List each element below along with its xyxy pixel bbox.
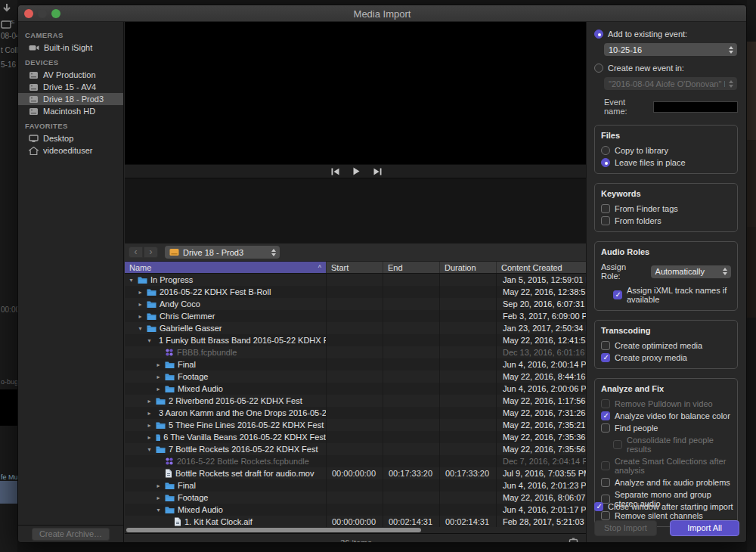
existing-event-popup[interactable]: 10-25-16 — [604, 43, 737, 56]
sidebar-item-label: Macintosh HD — [43, 107, 95, 116]
row-name-label: Gabrielle Gasser — [160, 324, 222, 333]
table-row[interactable]: ▸FinalJun 4, 2016, 2:01:23 PM — [125, 479, 587, 492]
disclosure-triangle-icon[interactable]: ▾ — [146, 446, 153, 453]
disclosure-triangle-icon[interactable]: ▸ — [146, 410, 153, 417]
sidebar-section-heading: FAVORITES — [18, 117, 123, 132]
table-row[interactable]: FBBB.fcpbundleDec 13, 2016, 6:01:16 PM — [125, 346, 587, 358]
table-row[interactable]: ▾7 Bottle Rockets 2016-05-22 KDHX FestMa… — [125, 443, 587, 455]
create-smart-collections-after-analysis-checkbox — [601, 461, 610, 470]
location-popup[interactable]: Drive 18 - Prod3 — [165, 246, 280, 259]
analyze-and-fix-audio-problems-checkbox[interactable] — [601, 478, 610, 487]
create-new-event-radio[interactable] — [594, 64, 603, 73]
sidebar-item-drive-15-av4[interactable]: Drive 15 - AV4 — [18, 81, 123, 93]
create-proxy-media-checkbox[interactable] — [601, 353, 610, 362]
assign-ixml-track-names-if-available-checkbox[interactable] — [613, 290, 622, 299]
sidebar-item-av-production[interactable]: AV Production — [18, 69, 123, 81]
close-window-after-import-checkbox[interactable] — [594, 502, 603, 511]
sidebar-item-desktop[interactable]: Desktop — [18, 132, 123, 144]
skip-to-end-button[interactable] — [373, 168, 382, 175]
analyze-video-for-balance-color-checkbox[interactable] — [601, 411, 610, 420]
back-button[interactable]: ‹ — [129, 247, 143, 258]
table-row[interactable]: ▸5 Thee Fine Lines 2016-05-22 KDHX FestM… — [125, 419, 587, 431]
table-row[interactable]: ▸Chris ClemmerFeb 3, 2017, 6:09:00 PM — [125, 310, 587, 322]
sidebar-item-built-in-isight[interactable]: Built-in iSight — [18, 42, 123, 54]
from-finder-tags-checkbox[interactable] — [601, 204, 610, 213]
disclosure-triangle-icon[interactable]: ▸ — [137, 313, 144, 320]
table-row[interactable]: ▸2 Riverbend 2016-05-22 KDHX FestMay 22,… — [125, 395, 587, 407]
disclosure-triangle-icon[interactable]: ▸ — [146, 398, 153, 405]
disclosure-triangle-icon[interactable]: ▸ — [155, 482, 162, 489]
disclosure-triangle-icon[interactable]: ▸ — [146, 434, 153, 441]
event-name-input[interactable] — [653, 101, 738, 113]
row-start — [327, 371, 383, 383]
column-header-label: Name — [129, 263, 151, 272]
table-row[interactable]: ▸FinalJun 4, 2016, 2:00:14 PM — [125, 358, 587, 371]
table-row[interactable]: ▸6 The Vanilla Beans 2016-05-22 KDHX Fes… — [125, 431, 587, 443]
table-row[interactable]: ▾In ProgressJan 5, 2015, 12:59:01 PM — [125, 274, 587, 286]
scrollbar-thumb[interactable] — [126, 528, 421, 532]
table-row[interactable]: 1. Kit Kat Clock.aif00:00:00:0000:02:14:… — [125, 516, 587, 527]
disclosure-triangle-icon[interactable]: ▸ — [146, 422, 153, 429]
from-folders-checkbox[interactable] — [601, 216, 610, 225]
column-header-content-created[interactable]: Content Created — [497, 262, 587, 273]
consolidate-find-people-results-checkbox — [613, 440, 622, 449]
disclosure-triangle-icon[interactable]: ▾ — [137, 325, 144, 332]
row-duration: 00:17:33:20 — [440, 467, 497, 479]
option-label: Copy to library — [615, 146, 668, 155]
table-row[interactable]: ▾1 Funky Butt Brass Band 2016-05-22 KDHX… — [125, 334, 587, 346]
disclosure-triangle-icon[interactable]: ▸ — [137, 289, 144, 296]
sidebar-item-macintosh-hd[interactable]: Macintosh HD — [18, 105, 123, 117]
table-row[interactable]: ▸Andy CocoSep 20, 2016, 6:07:31 PM — [125, 298, 587, 310]
column-header-start[interactable]: Start — [327, 262, 383, 273]
row-end — [383, 346, 440, 358]
disclosure-triangle-icon[interactable]: ▸ — [155, 386, 162, 392]
table-row[interactable]: ▾Gabrielle GasserJan 23, 2017, 2:50:34 P… — [125, 322, 587, 334]
background-text: 00:00 — [1, 305, 17, 314]
background-text: fe Mult — [1, 473, 17, 481]
disclosure-triangle-icon[interactable]: ▸ — [155, 495, 162, 501]
disclosure-triangle-icon[interactable]: ▾ — [128, 277, 135, 284]
play-button[interactable] — [353, 167, 360, 175]
skip-to-start-button[interactable] — [331, 168, 339, 175]
title-bar[interactable]: Media Import — [18, 5, 746, 22]
folder-icon — [138, 276, 147, 284]
sidebar-item-videoedituser[interactable]: videoedituser — [18, 144, 123, 157]
disclosure-triangle-icon[interactable]: ▸ — [155, 361, 162, 368]
column-header-end[interactable]: End — [383, 262, 440, 273]
table-row[interactable]: ▸FootageMay 22, 2016, 8:06:07 PM — [125, 492, 587, 504]
folder-icon — [156, 421, 166, 430]
leave-files-in-place-radio[interactable] — [601, 158, 610, 167]
disclosure-triangle-icon[interactable]: ▾ — [146, 337, 153, 344]
table-row[interactable]: ▸FootageMay 22, 2016, 8:44:16 PM — [125, 371, 587, 383]
table-row[interactable]: ▾Mixed AudioJun 4, 2016, 2:01:17 PM — [125, 504, 587, 516]
row-content-created: Sep 20, 2016, 6:07:31 PM — [497, 298, 587, 310]
table-row[interactable]: ▸3 Aaron Kamm and the One Drops 2016-05-… — [125, 407, 587, 419]
copy-to-library-radio[interactable] — [601, 146, 610, 155]
add-to-existing-event-radio[interactable] — [594, 29, 603, 39]
table-row[interactable]: ▸2016-05-22 KDHX Fest B-RollMay 22, 2016… — [125, 286, 587, 298]
column-header-duration[interactable]: Duration — [440, 262, 497, 273]
table-row[interactable]: Bottle Rockets set draft for audio.mov00… — [125, 467, 587, 479]
disclosure-triangle-icon[interactable]: ▸ — [137, 301, 144, 308]
sidebar-item-label: Desktop — [43, 134, 73, 143]
table-row[interactable]: ▸Mixed AudioJun 4, 2016, 2:00:06 PM — [125, 383, 587, 395]
row-duration — [440, 371, 497, 383]
horizontal-scrollbar[interactable] — [125, 527, 587, 533]
row-name-label: Final — [178, 481, 196, 490]
assign-role-popup[interactable]: Automatically — [651, 265, 731, 278]
forward-button[interactable]: › — [144, 247, 158, 258]
sidebar-item-drive-18-prod3[interactable]: Drive 18 - Prod3 — [18, 93, 123, 105]
files-group: Files Copy to libraryLeave files in plac… — [594, 125, 738, 174]
file-icon — [174, 517, 181, 526]
disclosure-triangle-icon[interactable]: ▸ — [155, 374, 162, 380]
row-name-label: FBBB.fcpbundle — [177, 348, 237, 357]
create-optimized-media-checkbox[interactable] — [601, 341, 610, 350]
column-header-name[interactable]: Name ^ — [125, 262, 327, 273]
clip-appearance-icon[interactable] — [569, 538, 578, 543]
row-content-created: May 22, 2016, 12:38:51 PM — [497, 286, 587, 298]
disclosure-triangle-icon[interactable]: ▾ — [155, 507, 162, 513]
create-archive-button[interactable]: Create Archive… — [32, 528, 110, 541]
import-all-button[interactable]: Import All — [670, 520, 739, 536]
find-people-checkbox[interactable] — [601, 423, 610, 433]
table-row[interactable]: 2016-5-22 Bottle Rockets.fcpbundleDec 7,… — [125, 455, 587, 467]
